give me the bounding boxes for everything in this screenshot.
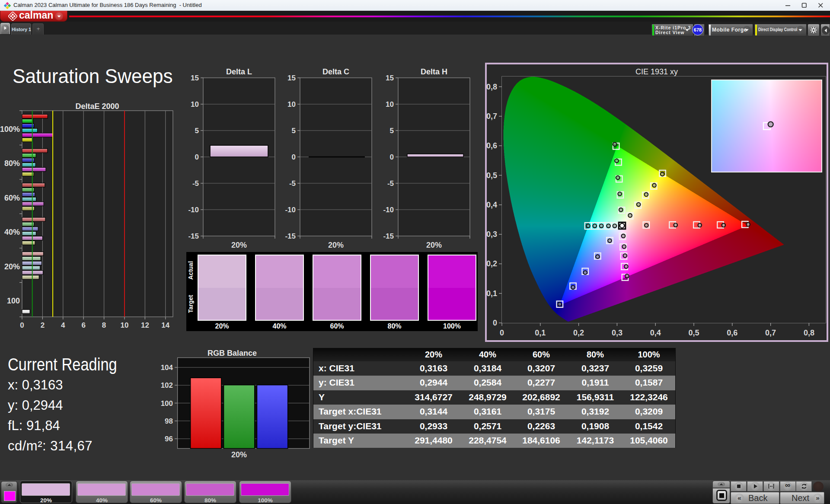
svg-text:12: 12 [141,321,149,329]
svg-text:10: 10 [386,100,394,108]
svg-text:15: 15 [386,74,394,82]
svg-text:10: 10 [121,321,129,329]
svg-text:20%: 20% [231,450,247,459]
svg-text:DeltaE 2000: DeltaE 2000 [75,102,119,111]
svg-text:-5: -5 [387,179,394,188]
svg-text:8: 8 [102,321,106,329]
svg-text:0: 0 [292,153,296,161]
svg-text:Delta L: Delta L [226,67,252,76]
svg-text:Delta C: Delta C [322,67,349,76]
svg-text:98: 98 [165,417,173,425]
svg-text:-10: -10 [383,206,394,214]
svg-text:80%: 80% [4,159,20,168]
svg-text:-15: -15 [188,232,199,240]
svg-text:5: 5 [292,127,296,135]
svg-text:-10: -10 [285,206,296,214]
svg-text:100: 100 [161,399,173,408]
svg-text:104: 104 [161,364,173,372]
svg-text:4: 4 [61,321,65,329]
svg-text:20%: 20% [231,241,247,249]
svg-text:15: 15 [191,74,199,82]
svg-text:5: 5 [195,127,199,135]
svg-text:10: 10 [191,100,199,108]
svg-text:5: 5 [390,127,394,135]
svg-text:40%: 40% [4,228,20,236]
svg-text:6: 6 [81,321,85,329]
svg-text:14: 14 [161,321,169,329]
svg-text:100%: 100% [0,125,20,134]
svg-text:60%: 60% [4,194,20,202]
svg-text:-15: -15 [285,232,296,240]
svg-text:-5: -5 [289,179,296,188]
svg-text:-5: -5 [192,179,199,188]
svg-text:15: 15 [287,74,296,82]
svg-text:-10: -10 [188,206,199,214]
svg-text:Delta H: Delta H [421,67,447,76]
svg-text:100: 100 [7,297,20,305]
svg-text:20%: 20% [328,241,344,249]
svg-text:20%: 20% [4,262,20,271]
svg-text:102: 102 [161,381,173,389]
svg-text:10: 10 [287,100,296,108]
svg-text:0: 0 [390,153,394,161]
svg-text:RGB Balance: RGB Balance [208,349,257,357]
svg-text:0: 0 [20,321,24,329]
svg-text:96: 96 [165,435,173,443]
svg-text:-15: -15 [383,232,394,240]
svg-text:0: 0 [195,153,199,161]
svg-text:2: 2 [41,321,45,329]
svg-text:20%: 20% [426,241,442,249]
